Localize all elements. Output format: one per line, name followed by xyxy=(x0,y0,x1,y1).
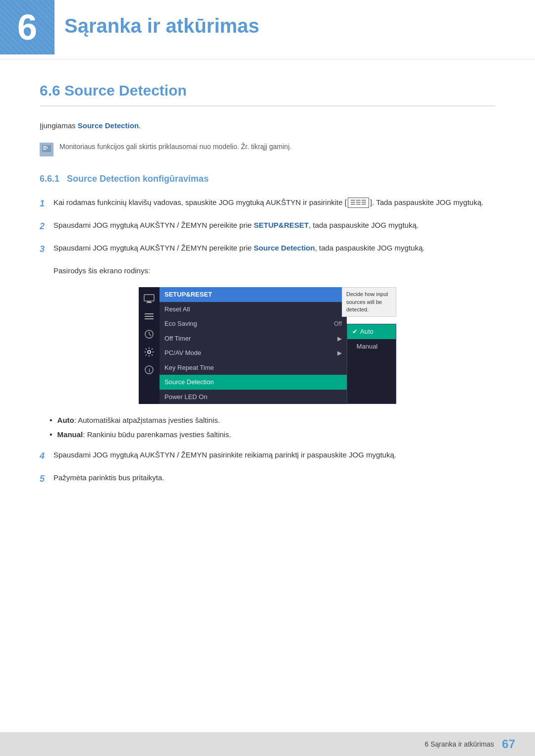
step-number-4: 4 xyxy=(40,449,54,463)
menu-item-eco-saving: Eco Saving Off xyxy=(160,316,347,331)
svg-rect-9 xyxy=(145,318,154,319)
step-number-3: 3 xyxy=(40,242,54,256)
note-text: Monitoriaus funkcijos gali skirtis prikl… xyxy=(59,142,291,152)
menu-item-off-timer: Off Timer ▶ xyxy=(160,331,347,346)
note-icon xyxy=(40,143,54,156)
svg-rect-8 xyxy=(145,316,154,317)
step1-text: Kai rodamas funkcinių klavišų vadovas, s… xyxy=(54,198,483,206)
steps-list-main: 1 Kai rodamas funkcinių klavišų vadovas,… xyxy=(40,197,495,277)
svg-point-13 xyxy=(148,351,151,353)
step-content-4: Spausdami JOG mygtuką AUKŠTYN / ŽEMYN pa… xyxy=(54,449,396,460)
page-header: 6 Sąranka ir atkūrimas xyxy=(0,0,535,59)
menu-item-power-led: Power LED On xyxy=(160,390,347,404)
sidebar-info-icon: i xyxy=(143,363,156,376)
step-number-2: 2 xyxy=(40,219,54,233)
intro-paragraph: Įjungiamas Source Detection. xyxy=(40,120,495,132)
step-number-1: 1 xyxy=(40,197,54,210)
section-number: 6.6 xyxy=(40,82,60,99)
bullet-dot-manual: • xyxy=(50,429,53,440)
chapter-title: Sąranka ir atkūrimas xyxy=(64,11,260,41)
subsection-number: 6.6.1 xyxy=(40,174,59,184)
step3-sub: Pasirodys šis ekrano rodinys: xyxy=(54,266,150,275)
footer-text: 6 Sąranka ir atkūrimas xyxy=(425,739,494,750)
step2-text: Spausdami JOG mygtuką AUKŠTYN / ŽEMYN pe… xyxy=(54,221,419,229)
svg-rect-4 xyxy=(144,295,154,301)
section-title: 6.6 Source Detection xyxy=(40,79,495,106)
svg-rect-1 xyxy=(43,146,47,147)
intro-suffix: . xyxy=(139,121,141,130)
bullet-list: • Auto: Automatiškai atpažįstamas įvesti… xyxy=(50,415,495,440)
menu-item-reset-all: Reset All xyxy=(160,302,347,317)
subsection-title: 6.6.1 Source Detection konfigūravimas xyxy=(40,172,495,186)
menu-item-source-detection: Source Detection xyxy=(160,375,347,390)
menu-sidebar: i xyxy=(139,287,160,404)
steps-list-cont: 4 Spausdami JOG mygtuką AUKŠTYN / ŽEMYN … xyxy=(40,449,495,486)
note-box: Monitoriaus funkcijos gali skirtis prikl… xyxy=(40,140,495,158)
intro-prefix: Įjungiamas xyxy=(40,121,78,130)
main-content: 6.6 Source Detection Įjungiamas Source D… xyxy=(0,59,535,544)
step-item-4: 4 Spausdami JOG mygtuką AUKŠTYN / ŽEMYN … xyxy=(40,449,495,463)
menu-item-key-repeat: Key Repeat Time xyxy=(160,360,347,375)
step-content-5: Pažymėta parinktis bus pritaikyta. xyxy=(54,472,164,483)
footer-page-number: 67 xyxy=(502,735,515,753)
svg-rect-3 xyxy=(43,149,46,150)
submenu-item-auto: ✔ Auto xyxy=(347,324,396,339)
svg-rect-7 xyxy=(145,313,154,314)
section-title-text: Source Detection xyxy=(64,82,187,99)
menu-screenshot: i SETUP&RESET Reset All Eco Saving Off O… xyxy=(139,287,396,404)
sidebar-lines-icon xyxy=(143,310,156,323)
intro-highlight: Source Detection xyxy=(78,121,139,130)
step-item-5: 5 Pažymėta parinktis bus pritaikyta. xyxy=(40,472,495,486)
svg-text:i: i xyxy=(149,367,150,373)
menu-submenu: ✔ Auto Manual xyxy=(347,324,396,404)
bullet-auto-text: Auto: Automatiškai atpažįstamas įvesties… xyxy=(57,415,220,426)
step-content-3: Spausdami JOG mygtuką AUKŠTYN / ŽEMYN pe… xyxy=(54,242,425,277)
step-content-2: Spausdami JOG mygtuką AUKŠTYN / ŽEMYN pe… xyxy=(54,219,419,231)
bullet-manual-text: Manual: Rankiniu būdu parenkamas įvestie… xyxy=(57,429,231,441)
menu-tooltip: Decide how input sources will be detecte… xyxy=(342,287,396,317)
step-item-1: 1 Kai rodamas funkcinių klavišų vadovas,… xyxy=(40,197,495,210)
bullet-item-manual: • Manual: Rankiniu būdu parenkamas įvest… xyxy=(50,429,495,441)
bullet-item-auto: • Auto: Automatiškai atpažįstamas įvesti… xyxy=(50,415,495,426)
sidebar-clock-icon xyxy=(143,328,156,341)
svg-rect-6 xyxy=(146,302,152,303)
step-number-5: 5 xyxy=(40,472,54,486)
page-footer: 6 Sąranka ir atkūrimas 67 xyxy=(0,732,535,756)
submenu-item-manual: Manual xyxy=(347,339,396,354)
step-item-2: 2 Spausdami JOG mygtuką AUKŠTYN / ŽEMYN … xyxy=(40,219,495,233)
step3-text: Spausdami JOG mygtuką AUKŠTYN / ŽEMYN pe… xyxy=(54,244,425,252)
subsection-title-text: Source Detection konfigūravimas xyxy=(67,174,209,184)
chapter-number: 6 xyxy=(17,9,37,45)
sidebar-monitor-icon xyxy=(143,292,156,305)
menu-main-panel: SETUP&RESET Reset All Eco Saving Off Off… xyxy=(160,287,347,404)
menu-header-bar: SETUP&RESET xyxy=(160,287,347,302)
bullet-dot-auto: • xyxy=(50,415,53,426)
svg-rect-2 xyxy=(43,148,48,149)
menu-item-pcav-mode: PC/AV Mode ▶ xyxy=(160,346,347,360)
chapter-number-block: 6 xyxy=(0,0,54,54)
svg-rect-5 xyxy=(147,302,151,302)
step-item-3: 3 Spausdami JOG mygtuką AUKŠTYN / ŽEMYN … xyxy=(40,242,495,277)
step-content-1: Kai rodamas funkcinių klavišų vadovas, s… xyxy=(54,197,483,208)
svg-line-12 xyxy=(149,334,151,336)
sidebar-gear-icon xyxy=(143,346,156,358)
